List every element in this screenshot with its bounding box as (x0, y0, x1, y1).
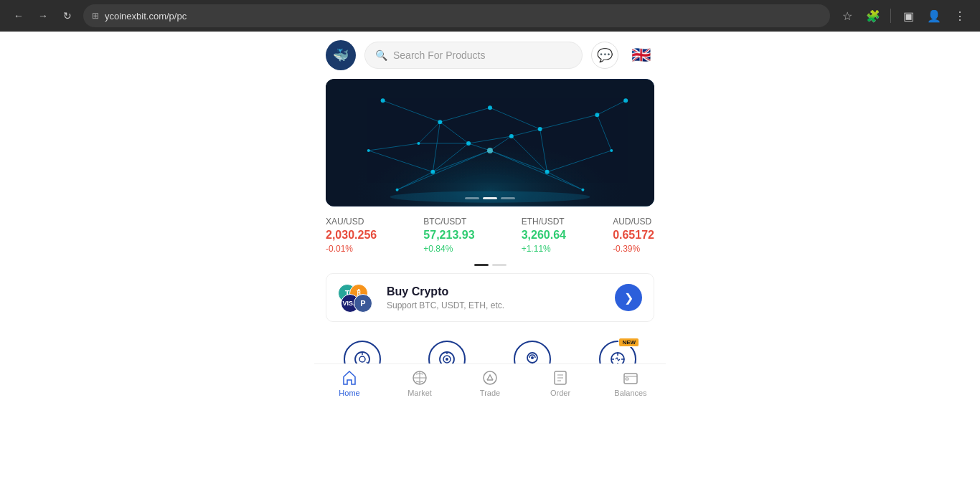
svg-point-33 (623, 98, 628, 103)
new-badge: NEW (618, 338, 639, 347)
banner-dot-2[interactable] (483, 197, 497, 199)
svg-point-42 (367, 149, 370, 152)
market-icon (412, 370, 428, 386)
ticker-eth-usdt[interactable]: ETH/USDT 3,260.64 +1.11% (522, 217, 566, 254)
sidebar-button[interactable]: ▣ (897, 4, 920, 27)
app-logo: 🐳 (326, 40, 356, 70)
separator (890, 9, 891, 23)
refresh-button[interactable]: ↻ (57, 6, 77, 26)
nav-balances[interactable]: Balances (609, 370, 652, 397)
browser-actions: ☆ 🧩 ▣ 👤 ⋮ (836, 4, 971, 27)
forward-button[interactable]: → (33, 6, 53, 26)
chat-icon: 💬 (597, 47, 613, 63)
payment-icon: P (354, 294, 372, 313)
bottom-nav: Home Market Trade (314, 364, 666, 400)
banner-dot-1[interactable] (465, 197, 479, 199)
svg-point-32 (595, 113, 599, 117)
language-flag[interactable]: 🇬🇧 (627, 42, 654, 69)
nav-trade-label: Trade (480, 389, 500, 397)
back-button[interactable]: ← (9, 6, 29, 26)
ticker-btc-usdt[interactable]: BTC/USDT 57,213.93 +0.84% (423, 217, 474, 254)
menu-button[interactable]: ⋮ (948, 4, 971, 27)
svg-point-39 (487, 148, 493, 153)
price-ticker: XAU/USD 2,030.256 -0.01% BTC/USDT 57,213… (314, 206, 666, 261)
search-placeholder: Search For Products (393, 49, 485, 61)
svg-point-57 (531, 356, 534, 359)
ticker-aud-usd[interactable]: AUD/USD 0.65172 -0.39% (613, 217, 654, 254)
svg-point-38 (545, 170, 550, 174)
svg-point-51 (446, 358, 448, 361)
main-content: 🐳 🔍 Search For Products 💬 🇬🇧 (314, 32, 666, 400)
buy-crypto-arrow[interactable]: ❯ (615, 284, 642, 311)
ticker-pair-4: AUD/USD (613, 217, 654, 227)
banner-section (326, 79, 654, 206)
nav-balances-label: Balances (614, 389, 646, 397)
order-icon (552, 370, 568, 386)
svg-point-40 (396, 189, 399, 191)
page-background: 🐳 🔍 Search For Products 💬 🇬🇧 (0, 32, 980, 494)
ticker-change-3: +1.11% (522, 244, 566, 254)
svg-point-36 (417, 142, 420, 145)
ticker-pair-1: XAU/USD (326, 217, 377, 227)
svg-point-29 (438, 120, 442, 124)
nav-order-label: Order (550, 389, 570, 397)
svg-point-31 (538, 127, 542, 131)
svg-point-43 (610, 149, 613, 152)
ticker-change-4: -0.39% (613, 244, 654, 254)
svg-rect-70 (626, 378, 628, 380)
nav-trade[interactable]: Trade (468, 370, 512, 397)
svg-point-34 (466, 141, 471, 146)
svg-point-37 (430, 170, 435, 174)
ticker-price-4: 0.65172 (613, 229, 654, 242)
ticker-dot-2[interactable] (492, 264, 507, 266)
browser-chrome: ← → ↻ ⊞ ycoinexbit.com/p/pc ☆ 🧩 ▣ 👤 ⋮ (0, 0, 980, 32)
search-bar[interactable]: 🔍 Search For Products (364, 42, 583, 69)
search-icon: 🔍 (375, 49, 387, 61)
nav-home[interactable]: Home (328, 370, 371, 397)
ticker-pair-2: BTC/USDT (423, 217, 474, 227)
trade-icon (482, 370, 498, 386)
svg-point-28 (381, 98, 385, 103)
browser-controls: ← → ↻ (9, 6, 77, 26)
svg-point-41 (581, 189, 584, 191)
bookmark-button[interactable]: ☆ (836, 4, 859, 27)
svg-point-62 (484, 371, 496, 384)
svg-point-46 (359, 356, 365, 362)
buy-crypto-section[interactable]: T ₿ VISA P Buy Crypto Support BTC, USDT,… (326, 273, 654, 322)
svg-rect-68 (624, 374, 637, 384)
ticker-price-2: 57,213.93 (423, 229, 474, 242)
ticker-price-3: 3,260.64 (522, 229, 566, 242)
banner-pagination (465, 197, 515, 199)
ticker-change-1: -0.01% (326, 244, 377, 254)
svg-point-35 (509, 134, 514, 138)
home-icon (341, 370, 357, 386)
svg-point-30 (488, 105, 492, 110)
app-header: 🐳 🔍 Search For Products 💬 🇬🇧 (314, 32, 666, 79)
address-icon: ⊞ (92, 11, 99, 21)
buy-crypto-subtitle: Support BTC, USDT, ETH, etc. (387, 300, 605, 310)
nav-order[interactable]: Order (539, 370, 582, 397)
ticker-change-2: +0.84% (423, 244, 474, 254)
ticker-dot-1[interactable] (474, 264, 489, 266)
buy-crypto-info: Buy Crypto Support BTC, USDT, ETH, etc. (387, 285, 605, 310)
banner-svg (326, 79, 654, 206)
buy-crypto-title: Buy Crypto (387, 285, 605, 298)
ticker-price-1: 2,030.256 (326, 229, 377, 242)
profile-button[interactable]: 👤 (923, 4, 946, 27)
address-bar[interactable]: ⊞ ycoinexbit.com/p/pc (83, 4, 830, 27)
balances-icon (623, 370, 639, 386)
ticker-pagination (314, 261, 666, 273)
address-text: ycoinexbit.com/p/pc (105, 11, 187, 22)
crypto-icons: T ₿ VISA P (338, 284, 377, 311)
chat-button[interactable]: 💬 (591, 42, 618, 69)
banner-inner (326, 79, 654, 206)
nav-market-label: Market (407, 389, 432, 397)
nav-market[interactable]: Market (398, 370, 441, 397)
extensions-button[interactable]: 🧩 (862, 4, 885, 27)
nav-home-label: Home (339, 389, 359, 397)
ticker-xau-usd[interactable]: XAU/USD 2,030.256 -0.01% (326, 217, 377, 254)
ticker-pair-3: ETH/USDT (522, 217, 566, 227)
banner-dot-3[interactable] (501, 197, 515, 199)
